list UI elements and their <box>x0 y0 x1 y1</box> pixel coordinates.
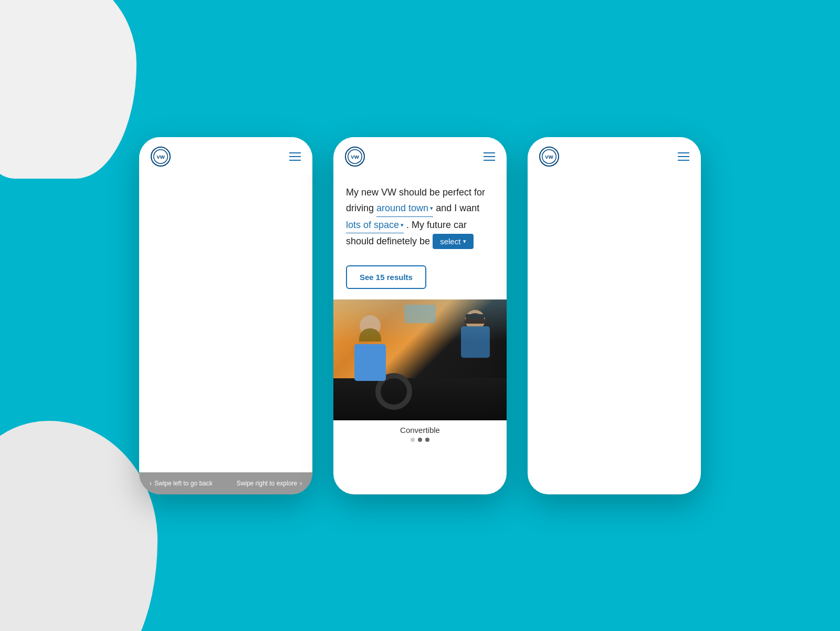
dashboard-bg <box>333 378 507 420</box>
driving-style-value: around town <box>376 200 428 216</box>
hamburger-line-1 <box>678 152 689 153</box>
see-results-button[interactable]: See 15 results <box>346 265 426 289</box>
select-button[interactable]: select ▾ <box>433 234 474 249</box>
hamburger-line-2 <box>678 156 689 157</box>
car-card-label: Convertible <box>400 420 440 438</box>
svg-text:VW: VW <box>545 153 553 159</box>
configurator-body: My new VW should be perfect for driving … <box>333 174 507 447</box>
phone-polo: VW <box>139 137 312 494</box>
vw-logo-phone2: VW <box>345 147 365 167</box>
see-results-label: See 15 results <box>360 273 413 282</box>
driving-style-dropdown[interactable]: around town ▾ <box>376 200 433 217</box>
phone-configurator-header: VW <box>333 137 507 174</box>
chevron-down-icon-select: ▾ <box>463 238 466 245</box>
phones-container: VW <box>139 137 701 494</box>
hamburger-line-1 <box>289 152 301 153</box>
space-dropdown[interactable]: lots of space ▾ <box>346 217 404 234</box>
dots-indicator <box>411 438 429 447</box>
swipe-right-label: Swipe right to explore › <box>237 480 302 487</box>
hamburger-line-2 <box>484 156 495 157</box>
dot-1 <box>411 438 415 442</box>
vw-logo-svg-phone3: VW <box>542 149 556 164</box>
convertible-image <box>333 299 507 420</box>
config-text-part2: and I want <box>436 203 479 213</box>
hamburger-line-2 <box>289 156 301 157</box>
chevron-down-icon: ▾ <box>430 203 433 213</box>
swipe-left-text: Swipe left to go back <box>154 480 213 487</box>
select-button-label: select <box>440 237 460 246</box>
menu-button-phone3[interactable] <box>678 152 689 161</box>
polo-swipe-bar: ‹ Swipe left to go back Swipe right to e… <box>139 472 312 494</box>
chevron-left-icon: ‹ <box>150 480 152 487</box>
hamburger-line-1 <box>484 152 495 153</box>
bg-decorative-shape-light <box>0 0 136 179</box>
chevron-right-icon: › <box>300 480 302 487</box>
swipe-right-text: Swipe right to explore <box>237 480 297 487</box>
svg-text:VW: VW <box>156 153 165 159</box>
dot-3 <box>425 438 429 442</box>
vw-logo-phone3: VW <box>539 147 559 167</box>
space-value: lots of space <box>346 217 399 233</box>
menu-button-phone2[interactable] <box>484 152 495 161</box>
hamburger-line-3 <box>289 160 301 161</box>
vw-logo-phone1: VW <box>151 147 171 167</box>
phone-polo-header: VW <box>139 137 312 174</box>
chevron-down-icon-space: ▾ <box>401 220 404 230</box>
phone-electric-header: VW <box>528 137 701 174</box>
rearview-mirror <box>404 305 436 323</box>
hamburger-line-3 <box>678 160 689 161</box>
hamburger-line-3 <box>484 160 495 161</box>
phone-configurator: VW My new VW should be perfect for drivi… <box>333 137 507 494</box>
car-card-section: Convertible <box>333 299 507 447</box>
configurator-text-block: My new VW should be perfect for driving … <box>333 174 507 260</box>
vw-logo-svg-phone1: VW <box>153 149 168 164</box>
dot-2 <box>418 438 422 442</box>
menu-button-phone1[interactable] <box>289 152 301 161</box>
bg-decorative-shape-dark <box>0 421 158 631</box>
swipe-left-label: ‹ Swipe left to go back <box>150 480 213 487</box>
svg-text:VW: VW <box>351 153 359 159</box>
vw-logo-svg-phone2: VW <box>348 149 362 164</box>
phone-electric: VW <box>528 137 701 494</box>
